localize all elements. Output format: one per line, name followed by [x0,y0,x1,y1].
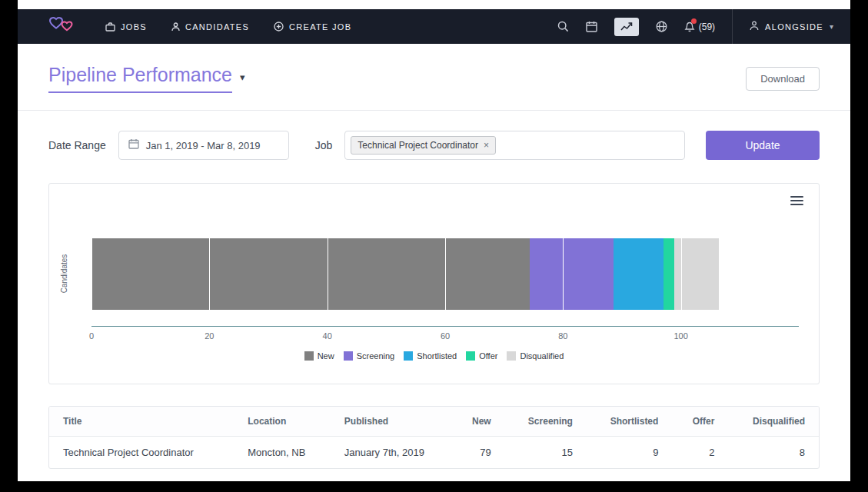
briefcase-icon [105,22,115,32]
date-range-input[interactable]: Jan 1, 2019 - Mar 8, 2019 [118,131,289,160]
y-axis-label: Candidates [60,254,68,294]
stacked-bar [91,238,757,310]
nav-item-label: CREATE JOB [289,22,351,32]
results-table: TitleLocationPublishedNewScreeningShortl… [49,407,819,468]
column-header-published: Published [331,407,452,437]
calendar-small-icon [128,138,139,152]
bar-segment-screening[interactable] [530,238,613,310]
title-dropdown-caret-icon[interactable]: ▾ [240,71,245,83]
account-menu[interactable]: ALONGSIDE ▾ [732,9,833,44]
notification-dot [691,18,697,24]
legend-item-new[interactable]: New [304,351,334,361]
plus-circle-icon [274,22,284,32]
account-name: ALONGSIDE [765,22,823,32]
legend-swatch [507,351,516,361]
bar-segment-offer[interactable] [663,238,674,310]
column-header-new: New [452,407,505,437]
legend-item-screening[interactable]: Screening [344,351,395,361]
column-header-shortlisted: Shortlisted [587,407,672,437]
nav-item-jobs[interactable]: JOBS [105,22,147,32]
x-axis-ticks: 020406080100 [91,327,799,344]
column-header-offer: Offer [672,407,728,437]
brand-logo[interactable] [48,15,76,38]
gridline [681,219,682,326]
x-tick-label: 40 [323,331,332,341]
gridline [328,219,328,326]
app-page: JOBS CANDIDATES CREATE JOB [18,0,850,481]
navbar-right: (59) ALONGSIDE ▾ [557,9,833,44]
legend-label: Shortlisted [417,351,457,361]
table-cell: Technical Project Coordinator [49,437,234,469]
account-person-icon [750,20,759,34]
search-icon[interactable] [557,21,569,32]
job-chip-label: Technical Project Coordinator [358,140,478,151]
x-tick-label: 20 [205,331,214,341]
legend-label: Screening [357,351,395,361]
legend-item-offer[interactable]: Offer [466,351,497,361]
page-title: Pipeline Performance [48,64,232,93]
bar-segment-new[interactable] [91,238,530,310]
pipeline-chart-card: Candidates 020406080100 NewScreeningShor… [48,183,820,384]
job-chip: Technical Project Coordinator × [351,136,496,155]
page-header: Pipeline Performance ▾ Download [18,44,850,111]
table-cell: 2 [672,437,728,469]
chart-legend: NewScreeningShortlistedOfferDisqualified [49,351,819,361]
table-row[interactable]: Technical Project CoordinatorMoncton, NB… [49,437,819,469]
chevron-down-icon: ▾ [830,22,833,31]
bell-icon [684,21,695,32]
hearts-logo-icon [48,15,76,38]
x-tick-label: 0 [89,331,94,341]
analytics-icon[interactable] [614,18,639,36]
column-header-location: Location [234,407,331,437]
table-cell: Moncton, NB [234,437,331,469]
gridline [209,219,210,326]
bar-segment-shortlisted[interactable] [614,238,663,310]
calendar-icon[interactable] [586,21,597,32]
legend-swatch [344,351,353,361]
table-cell: 15 [505,437,587,469]
nav-item-label: CANDIDATES [185,22,249,32]
download-button[interactable]: Download [746,67,820,91]
person-icon [171,22,180,32]
gridline [91,219,92,326]
update-button[interactable]: Update [706,131,820,160]
nav-item-candidates[interactable]: CANDIDATES [171,22,249,32]
chart-menu-icon[interactable] [790,196,803,208]
legend-item-shortlisted[interactable]: Shortlisted [404,351,457,361]
main-nav: JOBS CANDIDATES CREATE JOB [105,22,351,32]
table-cell: 79 [452,437,505,469]
legend-label: Disqualified [520,351,564,361]
notifications[interactable]: (59) [684,21,715,32]
column-header-title: Title [49,407,234,437]
table-cell: 8 [728,437,819,469]
x-tick-label: 80 [558,331,567,341]
gridline [445,219,446,326]
chip-close-icon[interactable]: × [484,141,489,150]
legend-swatch [404,351,413,361]
table-cell: 9 [587,437,672,469]
legend-swatch [466,351,475,361]
job-select-input[interactable]: Technical Project Coordinator × [344,131,685,160]
legend-label: Offer [479,351,497,361]
globe-icon[interactable] [656,21,667,32]
legend-label: New [318,351,334,361]
notification-count: (59) [699,22,715,32]
date-range-value: Jan 1, 2019 - Mar 8, 2019 [146,140,261,151]
plot-area: Candidates [91,219,799,327]
x-tick-label: 100 [673,331,687,341]
nav-item-create-job[interactable]: CREATE JOB [274,22,351,32]
job-label: Job [315,139,333,151]
x-tick-label: 60 [441,331,450,341]
nav-item-label: JOBS [121,22,147,32]
column-header-screening: Screening [505,407,587,437]
top-navbar: JOBS CANDIDATES CREATE JOB [18,9,850,44]
legend-item-disqualified[interactable]: Disqualified [507,351,564,361]
date-range-label: Date Range [48,139,106,151]
table-header-row: TitleLocationPublishedNewScreeningShortl… [49,407,819,437]
gridline [563,219,564,326]
column-header-disqualified: Disqualified [728,407,819,437]
filters-bar: Date Range Jan 1, 2019 - Mar 8, 2019 Job… [18,111,850,160]
legend-swatch [304,351,314,361]
results-table-card: TitleLocationPublishedNewScreeningShortl… [48,406,820,469]
table-cell: January 7th, 2019 [331,437,452,469]
